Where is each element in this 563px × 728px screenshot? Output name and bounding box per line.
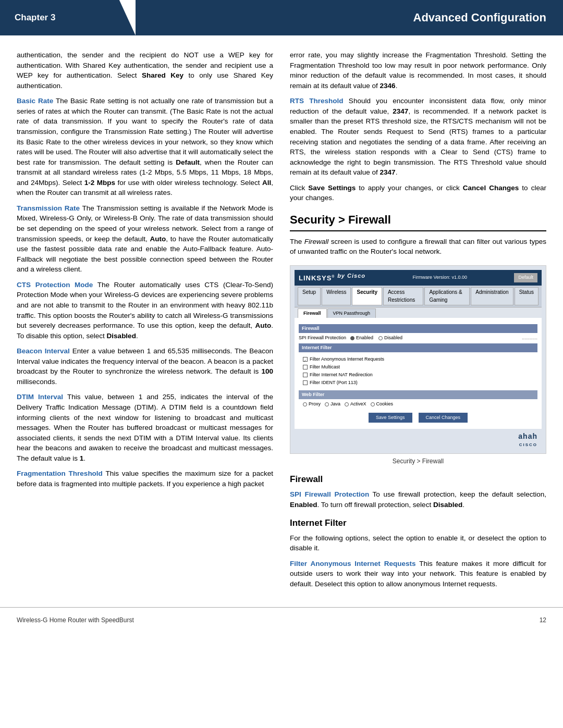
left-column: authentication, the sender and the recip… — [17, 50, 273, 595]
filter-anon-row[interactable]: Filter Anonymous Internet Requests — [303, 356, 537, 363]
filter-anon-term: Filter Anonymous Internet Requests — [290, 560, 416, 567]
spi-radio-group: Enabled Disabled — [350, 335, 402, 341]
cts-protection-para: CTS Protection Mode The Router automatic… — [17, 280, 273, 341]
1-term: 1 — [80, 454, 84, 462]
auto-term: Auto — [150, 235, 166, 243]
title-text: Advanced Configuration — [413, 9, 546, 26]
transmission-rate-para: Transmission Rate The Transmission setti… — [17, 203, 273, 275]
footer-left: Wireless-G Home Router with SpeedBurst — [17, 616, 134, 625]
cancel-changes-btn[interactable]: Cancel Changes — [419, 413, 468, 423]
page-title: Advanced Configuration — [136, 0, 563, 35]
cancel-changes-term: Cancel Changes — [463, 184, 519, 192]
screenshot-caption: Security > Firewall — [290, 457, 546, 466]
right-column: error rate, you may slightly increase th… — [290, 50, 546, 595]
firewall-italic: Firewall — [304, 238, 329, 245]
disabled-label: Disabled — [384, 335, 402, 341]
nav-access[interactable]: Access Restrictions — [383, 287, 423, 305]
nav-wireless[interactable]: Wireless — [322, 287, 351, 305]
filter-anon-para: Filter Anonymous Internet Requests This … — [290, 559, 546, 589]
chapter-text: Chapter 3 — [15, 11, 55, 24]
filter-multicast-checkbox[interactable] — [303, 365, 308, 369]
filter-anon-label: Filter Anonymous Internet Requests — [310, 356, 384, 363]
spi-disabled-radio[interactable]: Disabled — [378, 335, 402, 341]
transmission-rate-term: Transmission Rate — [17, 204, 80, 212]
proxy-circle — [303, 402, 307, 406]
tab-firewall[interactable]: Firewall — [298, 309, 327, 318]
default-button[interactable]: Default — [514, 273, 537, 282]
1-2mbps-term: 1-2 Mbps — [84, 179, 115, 187]
internet-filter-list: Filter Anonymous Internet Requests Filte… — [299, 354, 537, 388]
linksys-logo: LINKSYS® by Cisco — [299, 272, 365, 283]
tab-vpn[interactable]: VPN Passthrough — [327, 309, 376, 318]
cookies-label: Cookies — [376, 401, 394, 408]
nav-setup[interactable]: Setup — [298, 287, 321, 305]
cisco-logo: ahah CISCO — [518, 431, 537, 448]
save-settings-btn[interactable]: Save Settings — [369, 413, 412, 423]
basic-rate-term: Basic Rate — [17, 97, 53, 105]
nav-admin[interactable]: Administration — [471, 287, 513, 305]
shared-key-term: Shared Key — [142, 71, 183, 79]
footer-right: 12 — [540, 616, 546, 625]
filter-multicast-row[interactable]: Filter Multicast — [303, 364, 537, 371]
proxy-radio[interactable]: Proxy — [303, 401, 321, 408]
filter-nat-row[interactable]: Filter Internet NAT Redirection — [303, 372, 537, 378]
2347-term: 2347 — [393, 107, 408, 115]
rts-threshold-para: RTS Threshold Should you encounter incon… — [290, 96, 546, 178]
java-label: Java — [331, 401, 340, 408]
screenshot-topbar: LINKSYS® by Cisco Firmware Version: v1.0… — [295, 270, 542, 286]
firewall-subsection-heading: Firewall — [290, 473, 546, 486]
java-circle — [325, 402, 329, 406]
screenshot-footer-btns: Save Settings Cancel Changes — [299, 410, 537, 425]
spi-label: SPI Firewall Protection — [299, 335, 346, 341]
frag-threshold-para: Fragmentation Threshold This value speci… — [17, 468, 273, 489]
screenshot-nav: Setup Wireless Security Access Restricti… — [295, 286, 542, 307]
enabled-term: Enabled — [290, 501, 317, 509]
filter-ident-checkbox[interactable] — [303, 380, 308, 385]
cookies-circle — [371, 402, 375, 406]
internet-filter-heading: Internet Filter — [290, 517, 546, 530]
nav-apps[interactable]: Applications & Gaming — [424, 287, 470, 305]
all-term: All — [262, 179, 271, 187]
filter-nat-label: Filter Internet NAT Redirection — [310, 372, 373, 378]
activex-label: ActiveX — [350, 401, 366, 408]
spi-enabled-radio[interactable]: Enabled — [350, 335, 373, 341]
disabled-term: Disabled — [107, 332, 136, 340]
screenshot-internet-filter-bar: Internet Filter — [299, 343, 537, 352]
filter-ident-row[interactable]: Filter IDENT (Port 113) — [303, 379, 537, 386]
cookies-radio[interactable]: Cookies — [371, 401, 394, 408]
beacon-interval-term: Beacon Interval — [17, 347, 70, 355]
beacon-interval-para: Beacon Interval Enter a value between 1 … — [17, 346, 273, 387]
dtim-interval-para: DTIM Interval This value, between 1 and … — [17, 392, 273, 463]
page-content: authentication, the sender and the recip… — [0, 50, 563, 595]
dtim-interval-term: DTIM Interval — [17, 393, 63, 401]
inet-filter-desc: For the following options, select the op… — [290, 533, 546, 553]
page-header: Chapter 3 Advanced Configuration — [0, 0, 563, 35]
2346-term: 2346 — [380, 82, 396, 90]
web-filter-row: Proxy Java ActiveX Cookies — [299, 401, 537, 408]
screenshot-inner: LINKSYS® by Cisco Firmware Version: v1.0… — [290, 266, 546, 453]
frag-cont-para: error rate, you may slightly increase th… — [290, 50, 546, 91]
nav-status[interactable]: Status — [515, 287, 538, 305]
security-firewall-heading: Security > Firewall — [290, 212, 546, 231]
java-radio[interactable]: Java — [325, 401, 340, 408]
2347-term2: 2347 — [380, 168, 396, 176]
nav-security[interactable]: Security — [352, 287, 382, 305]
filter-nat-checkbox[interactable] — [303, 373, 308, 377]
disabled-term2: Disabled — [433, 501, 462, 509]
screenshot-tabs: Firewall VPN Passthrough — [295, 307, 542, 318]
intro-para: authentication, the sender and the recip… — [17, 50, 273, 91]
dots-right: ............ — [522, 335, 537, 341]
rts-threshold-term: RTS Threshold — [290, 97, 344, 105]
firewall-screenshot: LINKSYS® by Cisco Firmware Version: v1.0… — [290, 265, 546, 454]
section-desc-para: The Firewall screen is used to configure… — [290, 237, 546, 257]
save-settings-term: Save Settings — [308, 184, 356, 192]
filter-anon-checkbox[interactable] — [303, 357, 308, 362]
filter-ident-label: Filter IDENT (Port 113) — [310, 379, 358, 386]
screenshot-web-filter-bar: Web Filter — [299, 390, 537, 399]
frag-threshold-term: Fragmentation Threshold — [17, 470, 103, 477]
screenshot-body: Firewall SPI Firewall Protection Enabled… — [295, 318, 542, 428]
activex-radio[interactable]: ActiveX — [345, 401, 366, 408]
proxy-label: Proxy — [309, 401, 321, 408]
auto-term2: Auto — [255, 322, 271, 329]
firmware-version: Firmware Version: v1.0.00 — [412, 274, 467, 281]
